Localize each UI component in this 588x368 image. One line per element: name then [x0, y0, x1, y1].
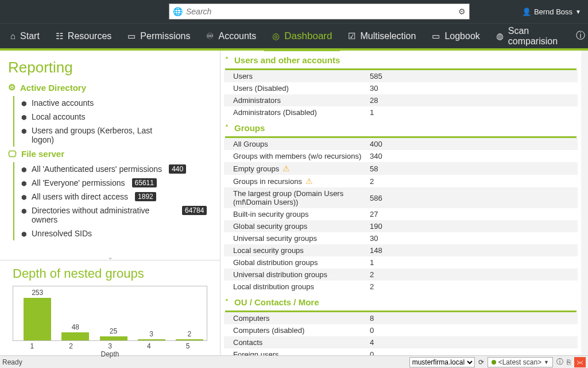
count-badge: 1892 [135, 192, 156, 201]
scrollbar[interactable] [582, 52, 587, 68]
activity-icon[interactable]: ⩙ [574, 357, 586, 367]
chevron-down-icon: ▼ [544, 359, 549, 365]
dash-row[interactable]: Universal security groups30 [224, 232, 578, 244]
dash-row[interactable]: Empty groups ⚠58 [224, 162, 578, 175]
bullet-icon: ⬢ [21, 180, 27, 187]
section-icon: ⚙ [8, 82, 16, 93]
dash-row[interactable]: Groups with members (w/o recursions)340 [224, 150, 578, 162]
refresh-icon[interactable]: ⟳ [478, 358, 484, 366]
dash-row[interactable]: Computers (disabled)0 [224, 324, 578, 336]
nav-permissions[interactable]: ▭Permissions [119, 24, 198, 49]
count-badge: 65611 [132, 178, 157, 187]
report-item[interactable]: ⬢Users and groups (Kerberos, Last logon) [21, 124, 212, 147]
dash-row[interactable]: Universal distribution groups2 [224, 269, 578, 281]
nav-multiselection[interactable]: ☑Multiselection [340, 24, 424, 49]
nav-start[interactable]: ⌂Start [2, 24, 48, 49]
collapse-handle[interactable]: ⌄ [0, 253, 220, 260]
nav-icon: ▭ [127, 31, 136, 41]
chart-bar-label: 253 [32, 289, 43, 297]
dash-row[interactable]: Administrators28 [224, 94, 578, 106]
dash-row[interactable]: Administrators (Disabled)1 [224, 106, 578, 118]
depth-title: Depth of nested groups [13, 266, 207, 281]
globe-icon: 🌐 [173, 7, 183, 16]
chart-bar-label: 2 [187, 330, 191, 338]
count-badge: 64784 [182, 206, 207, 215]
report-item[interactable]: ⬢Local accounts [21, 110, 212, 124]
chart-x-tick: 1 [30, 342, 34, 350]
user-name: Bernd Boss [534, 7, 572, 16]
dash-row[interactable]: Foreign users0 [224, 348, 578, 355]
export-icon[interactable]: ⎘ [567, 358, 571, 366]
depth-chart: 253482532 [13, 286, 207, 341]
dash-row[interactable]: Built-in security groups27 [224, 208, 578, 220]
report-item[interactable]: ⬢All 'Authenticated users' permissions44… [21, 162, 212, 176]
scan-select[interactable]: <Latest scan> ▼ [488, 357, 553, 367]
bullet-icon: ⬢ [21, 231, 27, 238]
gear-icon[interactable]: ⚙ [458, 7, 466, 16]
bullet-icon: ⬢ [21, 114, 27, 121]
user-menu[interactable]: 👤 Bernd Boss ▼ [522, 7, 581, 16]
nav-icon: ◎ [272, 31, 280, 41]
nav-scan comparision[interactable]: ◍Scan comparision [488, 24, 566, 49]
user-icon: 👤 [522, 7, 531, 16]
bullet-icon: ⬢ [21, 166, 27, 174]
status-ok-icon [492, 360, 496, 365]
chart-x-tick: 2 [69, 342, 73, 350]
reporting-title: Reporting [8, 59, 212, 76]
search-box[interactable]: 🌐 ⚙ [169, 3, 470, 20]
dash-row[interactable]: Groups in recursions ⚠2 [224, 175, 578, 187]
dash-row[interactable]: The largest group (Domain Users (mf\Doma… [224, 187, 578, 208]
search-input[interactable] [185, 6, 458, 17]
report-item[interactable]: ⬢Unresolved SIDs [21, 227, 212, 240]
report-item[interactable]: ⬢Directories without administrative owne… [21, 204, 212, 227]
dash-row[interactable]: Global distribution groups1 [224, 256, 578, 269]
dash-row[interactable]: Global security groups190 [224, 220, 578, 232]
count-badge: 440 [169, 164, 186, 174]
dash-row[interactable]: All Groups400 [224, 138, 578, 150]
report-item[interactable]: ⬢Inactive accounts [21, 96, 212, 110]
nav-logbook[interactable]: ▭Logbook [424, 24, 488, 49]
nav-dashboard[interactable]: ◎Dashboard [264, 24, 340, 49]
report-item[interactable]: ⬢All 'Everyone' permissions65611 [21, 176, 212, 190]
warning-icon: ⚠ [305, 177, 313, 186]
nav-icon: ▭ [432, 31, 440, 41]
dash-row[interactable]: Users585 [224, 70, 578, 82]
depth-xaxis: Depth [13, 350, 207, 358]
nav-icon: ♾ [206, 31, 214, 41]
status-ready: Ready [2, 358, 22, 366]
dash-row[interactable]: Contacts4 [224, 336, 578, 348]
chevron-up-icon: ˄ [223, 124, 231, 132]
nav-accounts[interactable]: ♾Accounts [198, 24, 264, 49]
chevron-up-icon: ˄ [223, 298, 231, 306]
chart-x-tick: 4 [147, 342, 151, 350]
chevron-up-icon: ˄ [223, 56, 231, 64]
chart-x-tick: 5 [186, 342, 190, 350]
chart-bar [138, 339, 165, 340]
warning-icon: ⚠ [283, 164, 290, 173]
domain-select[interactable]: musterfirma.local [409, 357, 475, 367]
nav-icon: ☷ [56, 31, 63, 41]
nav-icon: ☑ [348, 31, 355, 41]
nav-icon: ◍ [496, 31, 504, 41]
dash-section-groups[interactable]: ˄Groups [220, 118, 581, 136]
dash-section-users-and-other-accounts[interactable]: ˄Users and other accounts [220, 51, 581, 68]
dash-row[interactable]: Local security groups148 [224, 244, 578, 256]
chart-bar-label: 25 [110, 327, 117, 335]
chart-bar-label: 3 [149, 330, 153, 338]
chart-bar [176, 339, 203, 340]
chart-bar [61, 332, 89, 340]
report-item[interactable]: ⬢All users with direct access1892 [21, 190, 212, 204]
dash-section-ou-contacts-more[interactable]: ˄OU / Contacts / More [220, 293, 581, 310]
section-icon: 🖵 [8, 149, 17, 159]
section-active-directory[interactable]: ⚙Active Directory [8, 82, 212, 93]
nav-info[interactable]: ⓘ [566, 30, 588, 42]
dash-row[interactable]: Computers8 [224, 312, 578, 324]
bullet-icon: ⬢ [21, 208, 27, 215]
bullet-icon: ⬢ [21, 128, 27, 135]
info-icon[interactable]: ⓘ [556, 357, 563, 367]
section-file-server[interactable]: 🖵File server [8, 149, 212, 159]
dash-row[interactable]: Users (Disabled)30 [224, 82, 578, 94]
nav-icon: ⌂ [10, 31, 16, 41]
nav-resources[interactable]: ☷Resources [48, 24, 119, 49]
dash-row[interactable]: Local distribution groups2 [224, 281, 578, 293]
